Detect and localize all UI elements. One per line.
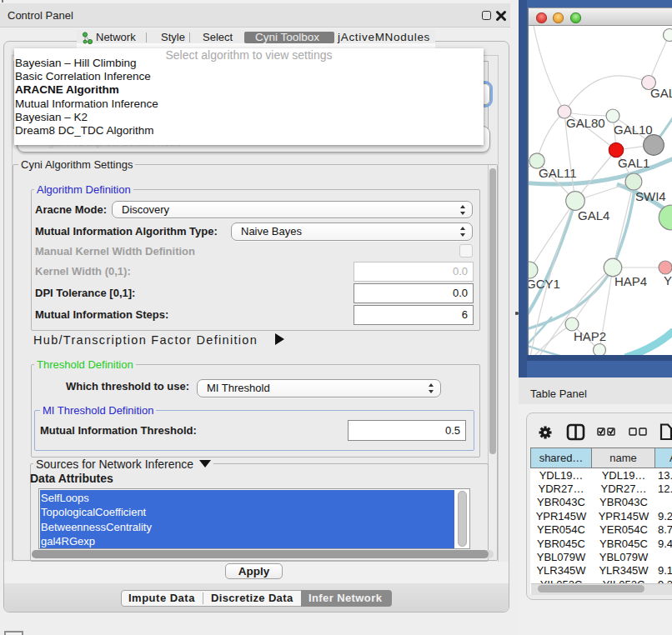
svg-text:GAL80: GAL80	[566, 116, 605, 130]
svg-text:HAP4: HAP4	[614, 274, 647, 288]
svg-text:GAL1: GAL1	[618, 156, 649, 170]
svg-text:GAL10: GAL10	[614, 122, 653, 137]
svg-text:SWI4: SWI4	[635, 189, 666, 203]
svg-text:GCY1: GCY1	[529, 277, 560, 291]
svg-text:GAL4: GAL4	[578, 208, 609, 222]
svg-text:HAP2: HAP2	[574, 329, 606, 343]
svg-text:YM: YM	[664, 273, 672, 288]
svg-text:GAL11: GAL11	[539, 166, 577, 180]
svg-text:GAL2: GAL2	[650, 86, 672, 100]
